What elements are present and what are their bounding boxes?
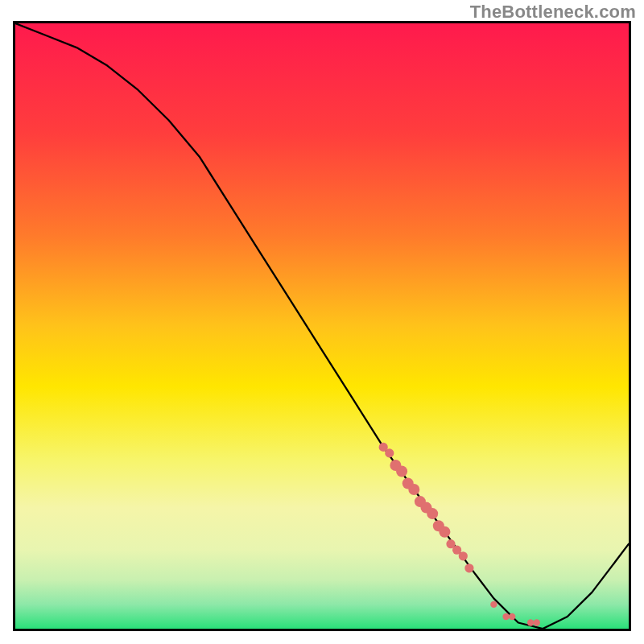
data-point [509, 613, 515, 620]
data-point [527, 619, 534, 625]
watermark-text: TheBottleneck.com [470, 2, 636, 23]
data-point [408, 484, 419, 495]
data-point [464, 564, 473, 572]
data-point [502, 613, 509, 620]
highlight-cluster [379, 443, 540, 626]
data-point [459, 551, 468, 560]
plot-frame [13, 21, 631, 631]
data-point [490, 601, 497, 608]
chart-container: TheBottleneck.com [0, 0, 644, 644]
bottleneck-curve [15, 23, 629, 629]
chart-svg [15, 23, 629, 629]
data-point [427, 508, 438, 519]
data-point [396, 466, 407, 477]
data-point [439, 526, 450, 538]
data-point [385, 448, 394, 457]
data-point [534, 619, 540, 625]
